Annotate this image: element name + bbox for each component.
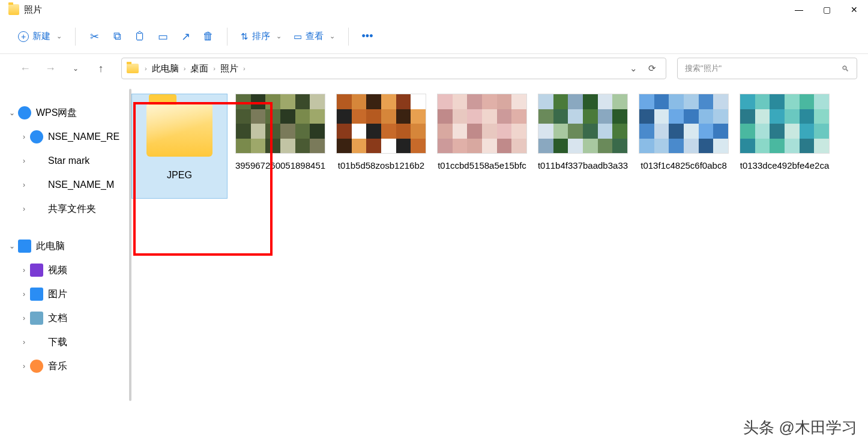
expand-icon: › <box>18 338 30 346</box>
back-button[interactable]: ← <box>18 62 32 75</box>
crumb[interactable]: 桌面 <box>188 63 211 74</box>
image-item[interactable]: t01ccbd5158a5e15bfc <box>432 94 532 203</box>
image-item[interactable]: t01b5d58zosb1216b2 <box>331 94 432 203</box>
sidebar-item-label: NSE_NAME_RE <box>48 131 119 142</box>
sort-icon: ⇅ <box>241 31 249 42</box>
window-title: 照片 <box>24 4 42 16</box>
chevron-down-icon: ⌄ <box>56 32 62 40</box>
sort-button[interactable]: ⇅ 排序 ⌄ <box>235 25 288 48</box>
expand-icon: › <box>18 290 30 298</box>
new-button[interactable]: + 新建 ⌄ <box>12 25 68 48</box>
image-item[interactable]: t011b4f337baadb3a33 <box>532 94 633 203</box>
ico-music-icon <box>30 360 43 373</box>
sidebar-item[interactable]: ›NSE_NAME_M <box>0 173 129 197</box>
sidebar-item-label: 下载 <box>48 336 67 349</box>
chevron-down-icon[interactable]: ⌄ <box>630 63 637 74</box>
selection: JPEG <box>131 94 228 199</box>
sidebar-item[interactable]: ›Star mark <box>0 149 129 173</box>
crumb[interactable]: 照片 <box>218 63 241 74</box>
folder-item[interactable]: JPEG <box>129 94 230 203</box>
rename-button[interactable]: ▭ <box>151 25 174 48</box>
thumbnail <box>538 94 628 154</box>
ico-clock-icon <box>30 130 43 143</box>
paste-button[interactable]: 📋︎ <box>128 25 151 48</box>
search-icon: 🔍︎ <box>842 64 849 73</box>
expand-icon: › <box>18 133 30 141</box>
expand-icon: ⌄ <box>6 109 18 117</box>
sidebar: ⌄WPS网盘›NSE_NAME_RE›Star mark›NSE_NAME_M›… <box>0 83 129 443</box>
sidebar-item-label: 音乐 <box>48 360 67 373</box>
sidebar-item[interactable]: ›文档 <box>0 306 129 330</box>
view-button[interactable]: ▭ 查看 ⌄ <box>288 25 341 48</box>
sidebar-item[interactable]: ›共享文件夹 <box>0 197 129 221</box>
image-item[interactable]: t013f1c4825c6f0abc8 <box>633 94 734 203</box>
sidebar-item[interactable]: ›NSE_NAME_RE <box>0 125 129 149</box>
image-item[interactable]: t0133dce492bfe4e2ca <box>734 94 835 203</box>
sidebar-item[interactable]: ⌄此电脑 <box>0 234 129 258</box>
address-bar[interactable]: › 此电脑 › 桌面 › 照片 › ⌄ ⟳ <box>121 58 666 79</box>
ico-pc-icon <box>18 240 31 253</box>
minimize-button[interactable]: ― <box>785 0 813 19</box>
chevron-down-icon: ⌄ <box>276 32 282 40</box>
view-label: 查看 <box>306 31 324 42</box>
item-label: t013f1c4825c6f0abc8 <box>633 160 734 172</box>
ico-cloud-icon <box>30 178 43 191</box>
sidebar-item[interactable]: ›音乐 <box>0 354 129 378</box>
titlebar: 照片 <box>0 0 868 19</box>
sidebar-item-label: WPS网盘 <box>36 107 77 119</box>
content-area[interactable]: JPEG395967260051898451t01b5d58zosb1216b2… <box>129 83 868 443</box>
sidebar-item[interactable]: ›下载 <box>0 330 129 354</box>
sidebar-item-label: 视频 <box>48 264 67 277</box>
expand-icon: › <box>18 157 30 165</box>
sidebar-item[interactable]: ›视频 <box>0 258 129 282</box>
refresh-button[interactable]: ⟳ <box>648 63 656 74</box>
expand-icon: ⌄ <box>6 242 18 250</box>
window-controls: ― ▢ ✕ <box>785 0 868 19</box>
close-button[interactable]: ✕ <box>840 0 868 19</box>
maximize-button[interactable]: ▢ <box>813 0 840 19</box>
image-item[interactable]: 395967260051898451 <box>230 94 331 203</box>
separator <box>227 28 228 46</box>
address-actions: ⌄ ⟳ <box>630 63 662 74</box>
chevron-down-icon: ⌄ <box>330 32 335 40</box>
expand-icon: › <box>18 362 30 370</box>
ico-star-icon <box>30 154 43 167</box>
search-placeholder: 搜索"照片" <box>685 63 722 74</box>
more-button[interactable]: ••• <box>356 25 379 48</box>
item-label: t01ccbd5158a5e15bfc <box>432 160 532 172</box>
copy-button[interactable]: ⧉ <box>106 25 128 48</box>
item-label: JPEG <box>132 169 227 182</box>
sidebar-item-label: 文档 <box>48 312 67 325</box>
expand-icon: › <box>18 266 30 274</box>
crumb-sep: › <box>211 65 218 72</box>
crumb[interactable]: 此电脑 <box>149 63 181 74</box>
folder-icon <box>8 4 19 15</box>
separator <box>348 28 349 46</box>
sidebar-item-label: 共享文件夹 <box>48 203 96 215</box>
up-button[interactable]: ↑ <box>94 62 108 75</box>
expand-icon: › <box>18 314 30 322</box>
crumb-sep: › <box>241 65 248 72</box>
sort-label: 排序 <box>252 31 270 42</box>
sidebar-item[interactable]: ⌄WPS网盘 <box>0 101 129 125</box>
ico-wps-icon <box>18 106 31 119</box>
thumbnail <box>336 94 426 154</box>
thumbnail <box>740 94 830 154</box>
forward-button[interactable]: → <box>43 62 58 75</box>
cut-button[interactable]: ✂ <box>83 25 106 48</box>
separator <box>75 28 76 46</box>
plus-icon: + <box>18 31 29 42</box>
ico-doc-icon <box>30 312 43 325</box>
ico-pic-icon <box>30 288 43 301</box>
ico-video-icon <box>30 264 43 277</box>
sidebar-item-label: NSE_NAME_M <box>48 179 114 190</box>
delete-button[interactable]: 🗑︎ <box>197 25 220 48</box>
search-box[interactable]: 搜索"照片" 🔍︎ <box>677 58 857 79</box>
history-button[interactable]: ⌄ <box>68 64 83 73</box>
toolbar: + 新建 ⌄ ✂ ⧉ 📋︎ ▭ ↗ 🗑︎ ⇅ 排序 ⌄ ▭ 查看 ⌄ ••• <box>0 19 868 54</box>
sidebar-item-label: 图片 <box>48 288 67 301</box>
watermark: 头条 @木田学习 <box>743 417 857 438</box>
sidebar-item[interactable]: ›图片 <box>0 282 129 306</box>
expand-icon: › <box>18 205 30 213</box>
share-button[interactable]: ↗ <box>174 25 197 48</box>
